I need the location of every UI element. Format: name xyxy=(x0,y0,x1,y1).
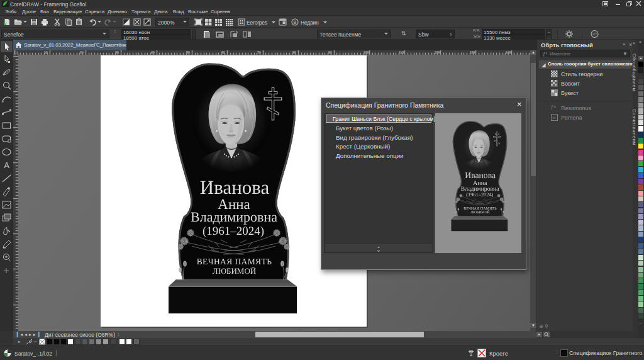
svg-text:ог: ог xyxy=(553,116,557,120)
svg-text:A: A xyxy=(4,160,9,170)
svg-text:B: B xyxy=(293,20,296,25)
